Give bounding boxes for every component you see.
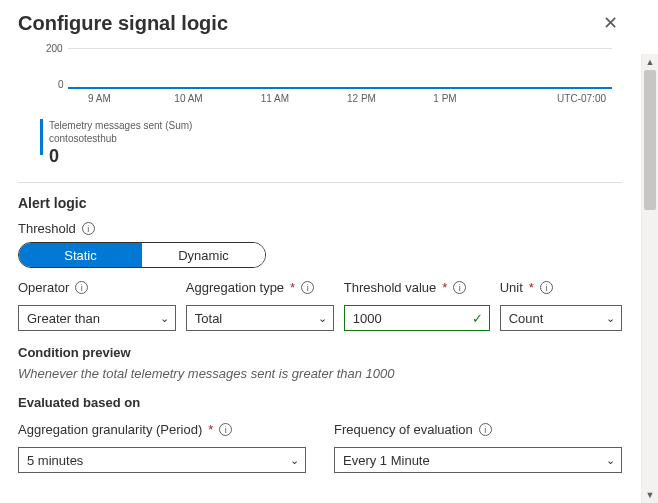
required-marker: * [208,422,213,437]
threshold-mode-toggle[interactable]: Static Dynamic [18,242,266,268]
required-marker: * [529,280,534,295]
y-tick-0: 0 [58,79,64,90]
aggregation-label: Aggregation type [186,280,284,295]
threshold-value-input[interactable]: 1000 ✓ [344,305,490,331]
timezone-label: UTC-07:00 [520,93,606,104]
aggregation-value: Total [195,311,222,326]
info-icon[interactable]: i [453,281,466,294]
metric-chart: 200 0 9 AM 10 AM 11 AM 12 PM 1 PM UTC-07… [28,43,612,111]
chevron-down-icon: ⌄ [606,454,615,467]
info-icon[interactable]: i [82,222,95,235]
chevron-down-icon: ⌄ [290,454,299,467]
legend-current-value: 0 [49,145,192,168]
close-icon[interactable]: ✕ [599,12,622,34]
y-tick-200: 200 [46,43,63,54]
threshold-value: 1000 [353,311,382,326]
required-marker: * [442,280,447,295]
page-title: Configure signal logic [18,12,228,35]
check-icon: ✓ [472,311,483,326]
threshold-value-label: Threshold value [344,280,437,295]
info-icon[interactable]: i [540,281,553,294]
scrollbar[interactable]: ▲ ▼ [641,54,658,503]
chevron-down-icon: ⌄ [318,312,327,325]
unit-label: Unit [500,280,523,295]
condition-preview-text: Whenever the total telemetry messages se… [18,366,622,381]
granularity-select[interactable]: 5 minutes ⌄ [18,447,306,473]
frequency-select[interactable]: Every 1 Minute ⌄ [334,447,622,473]
evaluated-based-on-heading: Evaluated based on [18,395,622,410]
info-icon[interactable]: i [479,423,492,436]
operator-label: Operator [18,280,69,295]
frequency-value: Every 1 Minute [343,453,430,468]
unit-value: Count [509,311,544,326]
chart-legend: Telemetry messages sent (Sum) contosotes… [40,119,622,168]
info-icon[interactable]: i [75,281,88,294]
condition-preview-heading: Condition preview [18,345,622,360]
x-tick: 12 PM [347,93,433,104]
operator-value: Greater than [27,311,100,326]
operator-select[interactable]: Greater than ⌄ [18,305,176,331]
scroll-up-icon[interactable]: ▲ [642,54,658,70]
x-tick: 11 AM [261,93,347,104]
granularity-label: Aggregation granularity (Period) [18,422,202,437]
scroll-down-icon[interactable]: ▼ [642,487,658,503]
legend-series-source: contosotesthub [49,132,192,145]
required-marker: * [290,280,295,295]
unit-select[interactable]: Count ⌄ [500,305,622,331]
x-tick: 9 AM [88,93,174,104]
x-tick: 1 PM [433,93,519,104]
threshold-dynamic-tab[interactable]: Dynamic [142,243,265,267]
info-icon[interactable]: i [219,423,232,436]
chevron-down-icon: ⌄ [606,312,615,325]
alert-logic-heading: Alert logic [18,195,622,211]
granularity-value: 5 minutes [27,453,83,468]
x-tick: 10 AM [174,93,260,104]
frequency-label: Frequency of evaluation [334,422,473,437]
scrollbar-thumb[interactable] [644,70,656,210]
legend-series-name: Telemetry messages sent (Sum) [49,119,192,132]
chevron-down-icon: ⌄ [160,312,169,325]
info-icon[interactable]: i [301,281,314,294]
aggregation-select[interactable]: Total ⌄ [186,305,334,331]
threshold-static-tab[interactable]: Static [19,243,142,267]
threshold-label: Threshold [18,221,76,236]
